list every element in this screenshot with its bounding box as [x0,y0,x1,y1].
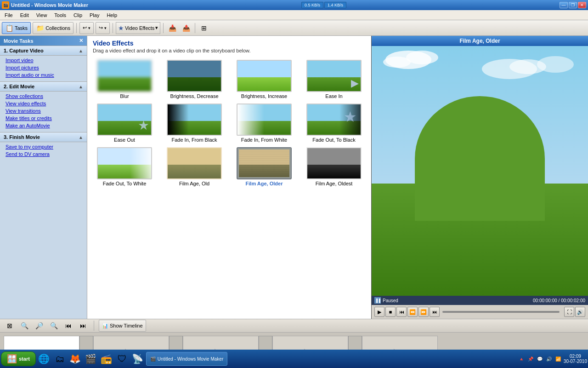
toolbar-separator3 [163,23,164,33]
effect-item-ease-out[interactable]: ★Ease Out [92,104,157,143]
storyboard-zoom-out[interactable]: 🔍 [48,320,60,332]
taskbar-shield-icon[interactable]: 🛡 [115,351,130,366]
effect-thumb-film-age-oldest [306,147,362,179]
export-icon-button[interactable]: 📤 [180,22,192,34]
show-collections-link[interactable]: Show collections [0,92,87,100]
view-effects-link[interactable]: View video effects [0,100,87,107]
effect-item-fade-in-black[interactable]: Fade In, From Black [162,104,227,143]
finish-links: Save to my computer Send to DV camera [0,142,87,159]
view-transitions-link[interactable]: View transitions [0,107,87,115]
storyboard-zoom-in[interactable]: 🔎 [33,320,45,332]
taskbar-firefox-icon[interactable]: 🦊 [68,351,83,366]
maximize-button[interactable]: ❐ [569,2,577,8]
send-dv-link[interactable]: Send to DV camera [0,150,87,158]
edit-chevron-icon: ▲ [79,84,83,89]
seek-bar[interactable] [442,311,560,313]
storyboard-back[interactable]: ⏮ [62,320,74,332]
menu-item-tools[interactable]: Tools [51,12,70,19]
tasks-button[interactable]: 📋 Tasks [2,22,31,34]
taskbar-network-icon[interactable]: 📡 [130,351,145,366]
effects-star-icon: ★ [118,24,124,32]
menu-item-play[interactable]: Play [86,12,103,19]
step-forward-button[interactable]: ⏩ [418,307,429,317]
storyboard-zoom-in2[interactable]: 🔍 [18,320,30,332]
preview-video [372,46,588,296]
automovie-link[interactable]: Make an AutoMovie [0,122,87,129]
effect-item-ease-in[interactable]: ▶Ease In [301,60,367,99]
make-titles-link[interactable]: Make titles or credits [0,115,87,122]
taskbar-ie-icon[interactable]: 🌐 [37,351,51,366]
effect-item-film-age-old[interactable]: Film Age, Old [162,147,227,186]
collections-button[interactable]: 📁 Collections [33,22,74,34]
tasks-icon: 📋 [5,24,13,32]
taskbar-folder-icon[interactable]: 🗂 [52,351,67,366]
import-audio-link[interactable]: Import audio or music [0,71,87,79]
import-video-link[interactable]: Import video [0,57,87,64]
storyboard-forward[interactable]: ⏭ [77,320,89,332]
tray-icon-1[interactable]: 🔺 [518,355,525,362]
close-button[interactable]: ✕ [578,2,586,8]
import-icon-button[interactable]: 📥 [166,22,178,34]
current-time: 00:00:00:00 [533,298,557,303]
save-computer-link[interactable]: Save to my computer [0,143,87,150]
effect-item-fade-out-black[interactable]: ★Fade Out, To Black [301,104,367,143]
end-button[interactable]: ⏭ [430,307,440,317]
storyboard-zoom-fit[interactable]: ⊠ [4,320,16,332]
import-pictures-link[interactable]: Import pictures [0,64,87,71]
grid-view-button[interactable]: ⊞ [198,22,210,34]
tray-icon-2[interactable]: 📌 [527,355,534,362]
content-header: Video Effects Drag a video effect and dr… [87,36,371,55]
svg-point-2 [383,57,411,68]
tray-icon-3[interactable]: 💬 [536,355,543,362]
finish-section-header[interactable]: 3. Finish Movie ▲ [0,132,87,142]
play-button[interactable]: ▶ [374,307,384,317]
effect-item-brightness-dec[interactable]: Brightness, Decrease [162,60,227,99]
tray-icon-4[interactable]: 🔊 [545,355,553,362]
menu-item-help[interactable]: Help [103,12,121,19]
start-button[interactable]: 🪟 start [1,351,36,366]
redo-button[interactable]: ↪ ▾ [96,22,110,34]
show-timeline-button[interactable]: 📊 Show Timeline [99,320,146,332]
stop-button[interactable]: ■ [385,307,396,317]
effect-item-fade-in-white[interactable]: Fade In, From White [232,104,297,143]
rewind-button[interactable]: ⏮ [396,307,407,317]
sidebar-close-icon[interactable]: ✕ [79,38,83,44]
menu-item-view[interactable]: View [33,12,51,19]
edit-section-header[interactable]: 2. Edit Movie ▲ [0,81,87,92]
effects-grid: BlurBrightness, DecreaseBrightness, Incr… [87,55,371,191]
undo-button[interactable]: ↩ ▾ [79,22,94,34]
effect-label-brightness-inc: Brightness, Increase [241,93,287,99]
effect-item-brightness-inc[interactable]: Brightness, Increase [232,60,297,99]
effect-label-fade-in-white: Fade In, From White [241,137,287,143]
capture-heading: 1. Capture Video [4,48,44,53]
volume-button[interactable]: 🔊 [575,307,585,317]
taskbar-radio-icon[interactable]: 📻 [99,351,114,366]
effect-label-ease-in: Ease In [325,93,342,99]
capture-chevron-icon: ▲ [79,48,83,53]
effects-grid-container[interactable]: BlurBrightness, DecreaseBrightness, Incr… [87,55,371,319]
toolbar-separator [76,23,77,33]
edit-links: Show collections View video effects View… [0,92,87,130]
preview-controls: ▶ ■ ⏮ ⏪ ⏩ ⏭ ⛶ 🔊 [372,305,588,319]
minimize-button[interactable]: — [560,2,568,8]
effect-item-film-age-older[interactable]: Film Age, Older [232,147,297,186]
taskbar-media-icon[interactable]: 🎬 [84,351,98,366]
toolbar-separator4 [195,23,195,33]
fullscreen-button[interactable]: ⛶ [564,307,574,317]
effect-label-film-age-older: Film Age, Older [246,181,283,186]
titlebar-left: 🎬 Untitled - Windows Movie Maker [2,1,88,9]
effect-item-film-age-oldest[interactable]: Film Age, Oldest [301,147,367,186]
menu-item-file[interactable]: File [1,12,17,19]
finish-heading: 3. Finish Movie [4,134,40,140]
tray-icon-5[interactable]: 📶 [554,355,562,362]
menu-item-edit[interactable]: Edit [17,12,33,19]
taskbar-window-button[interactable]: 🎬 Untitled - Windows Movie Maker [146,352,227,366]
capture-section-header[interactable]: 1. Capture Video ▲ [0,46,87,56]
effect-item-fade-out-white[interactable]: Fade Out, To White [92,147,157,186]
menu-item-clip[interactable]: Clip [70,12,86,19]
step-back-button[interactable]: ⏪ [407,307,418,317]
window-controls[interactable]: — ❐ ✕ [560,2,586,8]
effects-dropdown[interactable]: ★ Video Effects ▾ [116,22,160,34]
effect-item-blur[interactable]: Blur [92,60,157,99]
effect-thumb-fade-out-black: ★ [306,104,362,136]
